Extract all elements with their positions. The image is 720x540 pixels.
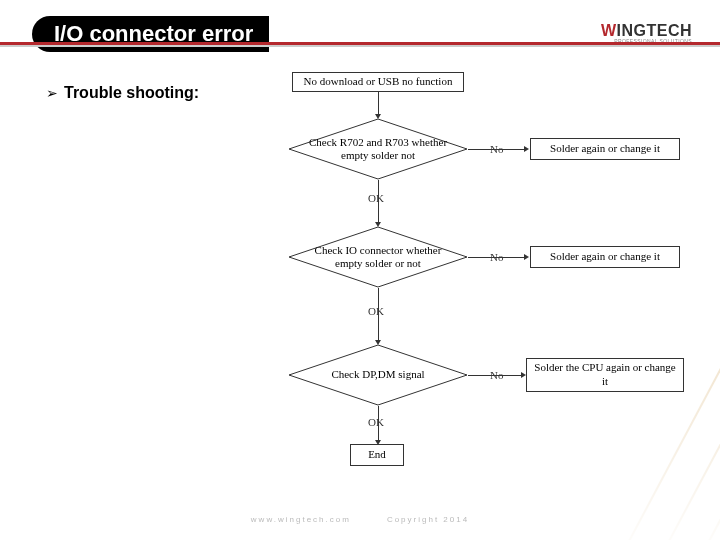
divider-gray (0, 45, 720, 47)
connector (378, 180, 379, 224)
footer: www.wingtech.com Copyright 2014 (0, 515, 720, 524)
ok-label-3: OK (368, 416, 384, 428)
arrow-right-icon (524, 146, 529, 152)
connector (378, 288, 379, 342)
flow-action-2: Solder again or change it (530, 246, 680, 268)
decision-2-label: Check IO connector whether empty solder … (288, 226, 468, 288)
page: I/O connector error WINGTECH PROFESSIONA… (0, 0, 720, 540)
connector (468, 375, 523, 376)
footer-copyright: Copyright 2014 (387, 515, 469, 524)
connector (378, 92, 379, 116)
ok-label-1: OK (368, 192, 384, 204)
connector (378, 406, 379, 442)
ok-label-2: OK (368, 305, 384, 317)
arrow-right-icon (524, 254, 529, 260)
footer-url: www.wingtech.com (251, 515, 351, 524)
flow-action-1: Solder again or change it (530, 138, 680, 160)
connector (468, 149, 526, 150)
decision-3-label: Check DP,DM signal (288, 344, 468, 406)
subtitle: Trouble shooting: (64, 84, 199, 102)
flow-decision-2: Check IO connector whether empty solder … (288, 226, 468, 288)
bullet-icon: ➢ (46, 85, 58, 101)
flowchart: No download or USB no function Check R70… (200, 70, 700, 500)
flow-action-3: Solder the CPU again or change it (526, 358, 684, 392)
flow-decision-3: Check DP,DM signal (288, 344, 468, 406)
flow-start: No download or USB no function (292, 72, 464, 92)
connector (468, 257, 526, 258)
subtitle-row: ➢ Trouble shooting: (46, 84, 199, 102)
header: I/O connector error WINGTECH PROFESSIONA… (0, 8, 720, 42)
brand-logo: WINGTECH PROFESSIONAL SOLUTIONS (601, 22, 692, 44)
decision-1-label: Check R702 and R703 whether empty solder… (288, 118, 468, 180)
flow-decision-1: Check R702 and R703 whether empty solder… (288, 118, 468, 180)
flow-end: End (350, 444, 404, 466)
